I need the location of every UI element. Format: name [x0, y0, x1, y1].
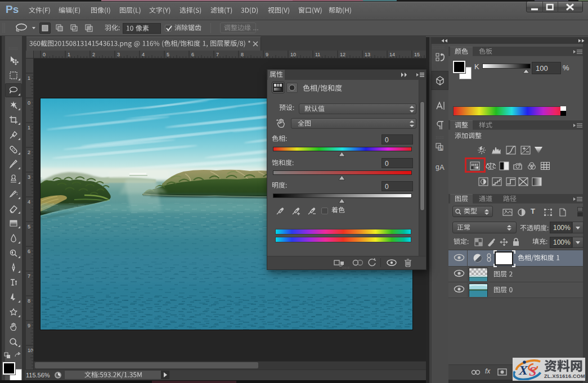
- svg-text:0: 0: [28, 100, 30, 106]
- svg-text:6: 6: [28, 249, 30, 254]
- svg-text:1: 1: [28, 125, 30, 130]
- svg-text:1: 1: [28, 75, 30, 81]
- svg-text:5: 5: [167, 52, 169, 57]
- svg-text:6: 6: [191, 52, 194, 57]
- svg-text:7: 7: [28, 273, 30, 279]
- svg-text:4: 4: [28, 199, 30, 205]
- svg-text:3: 3: [28, 174, 30, 180]
- svg-text:9: 9: [28, 323, 30, 328]
- svg-text:9: 9: [266, 52, 268, 57]
- svg-text:1: 1: [68, 52, 70, 57]
- svg-text:A: A: [439, 163, 445, 172]
- svg-text:4: 4: [142, 52, 145, 57]
- svg-text:8: 8: [28, 298, 30, 304]
- svg-text:a: a: [439, 146, 442, 152]
- svg-text:3: 3: [117, 52, 120, 57]
- svg-text:5: 5: [28, 224, 30, 229]
- svg-text:2: 2: [28, 150, 30, 155]
- svg-text:7: 7: [216, 52, 219, 57]
- svg-text:2: 2: [92, 52, 95, 57]
- svg-text:0: 0: [43, 52, 46, 57]
- svg-text:g: g: [436, 163, 439, 171]
- svg-text:8: 8: [241, 52, 244, 57]
